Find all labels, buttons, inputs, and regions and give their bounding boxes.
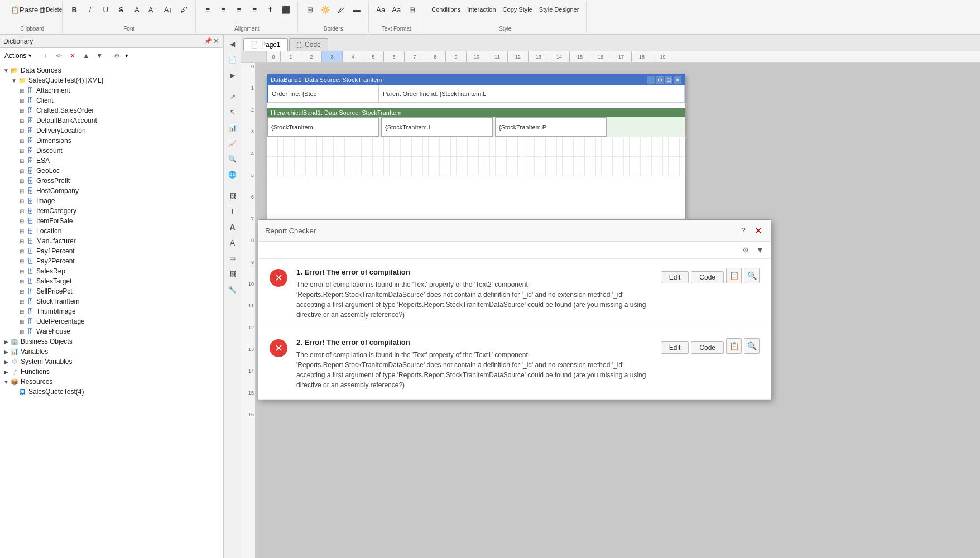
tree-item-itemforsale[interactable]: ⊞ 🗄 ItemForSale bbox=[0, 216, 223, 226]
tree-item-salesrep[interactable]: ⊞ 🗄 SalesRep bbox=[0, 266, 223, 276]
tree-item-attachment[interactable]: ⊞ 🗄 Attachment bbox=[0, 85, 223, 95]
zoom-btn[interactable]: 🔍 bbox=[225, 152, 240, 166]
select-btn[interactable]: ↖ bbox=[225, 105, 240, 119]
align-center-button[interactable]: ≡ bbox=[216, 2, 230, 17]
hier-cell2[interactable]: {StockTranItem.L bbox=[381, 117, 493, 137]
system-variables-item[interactable]: ▶ ⚙ System Variables bbox=[0, 357, 223, 367]
data-sources-item[interactable]: ▼ 📂 Data Sources bbox=[0, 65, 223, 75]
databand-settings-btn[interactable]: ⚙ bbox=[656, 76, 664, 84]
tree-item-salestarget[interactable]: ⊞ 🗄 SalesTarget bbox=[0, 276, 223, 286]
business-objects-item[interactable]: ▶ 🏢 Business Objects bbox=[0, 336, 223, 347]
close-icon[interactable]: ✕ bbox=[213, 37, 219, 45]
align-left-button[interactable]: ≡ bbox=[200, 2, 215, 17]
functions-toggle[interactable]: ▶ bbox=[2, 368, 10, 376]
modal-help-btn[interactable]: ? bbox=[737, 224, 750, 237]
error1-code-btn[interactable]: Code bbox=[691, 271, 724, 283]
fill-button[interactable]: 🔆 bbox=[318, 2, 333, 17]
modal-settings-btn[interactable]: ⚙ bbox=[739, 244, 752, 256]
tree-item-warehouse[interactable]: ⊞ 🗄 Warehouse bbox=[0, 326, 223, 336]
copy-style-button[interactable]: Copy Style bbox=[500, 2, 535, 17]
style-designer-button[interactable]: Style Designer bbox=[536, 2, 582, 17]
tree-item-crafted[interactable]: ⊞ 🗄 Crafted.SalesOrder bbox=[0, 105, 223, 116]
delete-button[interactable]: ✕ bbox=[66, 50, 79, 62]
tab-code[interactable]: { } Code bbox=[289, 38, 328, 51]
tree-item-discount[interactable]: ⊞ 🗄 Discount bbox=[0, 146, 223, 156]
tree-item-location[interactable]: ⊞ 🗄 Location bbox=[0, 226, 223, 236]
borders-button[interactable]: ⊞ bbox=[302, 2, 317, 17]
business-objects-toggle[interactable]: ▶ bbox=[2, 338, 10, 345]
rect-btn[interactable]: ▭ bbox=[225, 251, 240, 266]
text-format-3[interactable]: ⊞ bbox=[405, 2, 419, 17]
font-color-button[interactable]: A bbox=[129, 2, 144, 17]
arrow-btn[interactable]: ↗ bbox=[225, 89, 240, 104]
align-middle-button[interactable]: ⬛ bbox=[278, 2, 293, 17]
error1-edit-btn[interactable]: Edit bbox=[661, 271, 689, 283]
modal-close-btn[interactable]: ✕ bbox=[752, 224, 764, 237]
resources-item[interactable]: ▼ 📦 Resources bbox=[0, 377, 223, 387]
modal-expand-btn[interactable]: ▼ bbox=[754, 244, 766, 256]
functions-item[interactable]: ▶ 𝑓 Functions bbox=[0, 367, 223, 377]
tree-item-pay2percent[interactable]: ⊞ 🗄 Pay2Percent bbox=[0, 256, 223, 266]
text-b-btn[interactable]: A bbox=[225, 235, 240, 250]
tree-item-sellpricepct[interactable]: ⊞ 🗄 SellPricePct bbox=[0, 286, 223, 296]
italic-button[interactable]: I bbox=[83, 2, 97, 17]
databand-resize-btn[interactable]: ⊡ bbox=[665, 76, 672, 84]
error1-search-btn[interactable]: 🔍 bbox=[744, 268, 760, 283]
globe-btn[interactable]: 🌐 bbox=[225, 167, 240, 182]
tree-item-esa[interactable]: ⊞ 🗄 ESA bbox=[0, 156, 223, 166]
tree-item-itemcategory[interactable]: ⊞ 🗄 ItemCategory bbox=[0, 206, 223, 216]
text-format-1[interactable]: Aa bbox=[373, 2, 388, 17]
error2-search-btn[interactable]: 🔍 bbox=[744, 338, 760, 354]
variables-toggle[interactable]: ▶ bbox=[2, 348, 10, 355]
text-btn[interactable]: T bbox=[225, 204, 240, 219]
tree-item-hostcompany[interactable]: ⊞ 🗄 HostCompany bbox=[0, 186, 223, 196]
band-btn[interactable]: 📊 bbox=[225, 121, 240, 135]
text-a-btn[interactable]: A bbox=[225, 220, 240, 234]
tab-page1[interactable]: 📄 Page1 bbox=[243, 38, 288, 51]
tree-item-defaultbank[interactable]: ⊞ 🗄 DefaultBankAccount bbox=[0, 116, 223, 126]
highlight-button[interactable]: 🖊 bbox=[176, 2, 191, 17]
move-up-button[interactable]: ▲ bbox=[80, 50, 92, 62]
tree-item-pay1percent[interactable]: ⊞ 🗄 Pay1Percent bbox=[0, 246, 223, 256]
tree-item-stocktranitem[interactable]: ⊞ 🗄 StockTranItem bbox=[0, 296, 223, 306]
canvas-area[interactable]: 0 1 2 3 4 5 6 7 8 9 10 11 12 13 bbox=[241, 63, 980, 558]
conditions-button[interactable]: Conditions bbox=[429, 2, 463, 17]
move-down-button[interactable]: ▼ bbox=[93, 50, 105, 62]
data-sources-toggle[interactable]: ▼ bbox=[2, 66, 10, 74]
tree-container[interactable]: ▼ 📂 Data Sources ▼ 📁 SalesQuoteTest(4) [… bbox=[0, 64, 223, 558]
order-line-cell[interactable]: Order line: {Stoc bbox=[267, 85, 379, 103]
actions-dropdown[interactable]: Actions ▼ bbox=[2, 51, 35, 61]
hier-cell3[interactable]: {StockTranItem.P bbox=[495, 117, 607, 137]
attachment-toggle[interactable]: ⊞ bbox=[18, 86, 26, 94]
hier-cell1[interactable]: {StockTranItem. bbox=[267, 117, 379, 137]
error2-code-btn[interactable]: Code bbox=[691, 341, 724, 354]
delete-button[interactable]: 🗑 Delete bbox=[43, 2, 57, 17]
tree-item-client[interactable]: ⊞ 🗄 Client bbox=[0, 95, 223, 105]
sales-quote-toggle[interactable]: ▼ bbox=[10, 76, 18, 84]
border-style-button[interactable]: ▬ bbox=[349, 2, 364, 17]
underline-button[interactable]: U bbox=[98, 2, 113, 17]
paste-button[interactable]: 📋 Paste bbox=[7, 2, 42, 17]
pin-icon[interactable]: 📌 bbox=[204, 37, 212, 45]
error2-edit-btn[interactable]: Edit bbox=[661, 341, 689, 354]
error2-copy-btn[interactable]: 📋 bbox=[726, 338, 742, 354]
resources-toggle[interactable]: ▼ bbox=[2, 378, 10, 386]
tree-item-geoloc[interactable]: ⊞ 🗄 GeoLoc bbox=[0, 166, 223, 176]
nav-next-btn[interactable]: ▶ bbox=[225, 68, 240, 83]
border-color-button[interactable]: 🖊 bbox=[334, 2, 348, 17]
add-button[interactable]: ＋ bbox=[40, 50, 52, 62]
sales-quote-test2-item[interactable]: 🖼 SalesQuoteTest(4) bbox=[0, 387, 223, 397]
parent-order-line-cell[interactable]: Parent Order line id: {StockTranItem.L bbox=[379, 85, 685, 103]
img-btn[interactable]: 🖼 bbox=[225, 267, 240, 281]
img-placeholder-btn[interactable]: 🖼 bbox=[225, 189, 240, 203]
text-format-2[interactable]: Aa bbox=[389, 2, 403, 17]
interaction-button[interactable]: Interaction bbox=[464, 2, 498, 17]
strikethrough-button[interactable]: S̶ bbox=[114, 2, 128, 17]
font-decrease-button[interactable]: A↓ bbox=[161, 2, 175, 17]
align-justify-button[interactable]: ≡ bbox=[247, 2, 262, 17]
databand1[interactable]: DataBand1: Data Source: StockTranItem _ … bbox=[267, 74, 685, 103]
report-checker-modal[interactable]: Report Checker ? ✕ ⚙ ▼ bbox=[258, 219, 771, 400]
tree-item-grossprofit[interactable]: ⊞ 🗄 GrossProfit bbox=[0, 176, 223, 186]
align-right-button[interactable]: ≡ bbox=[232, 2, 246, 17]
chart-btn[interactable]: 📈 bbox=[225, 136, 240, 151]
